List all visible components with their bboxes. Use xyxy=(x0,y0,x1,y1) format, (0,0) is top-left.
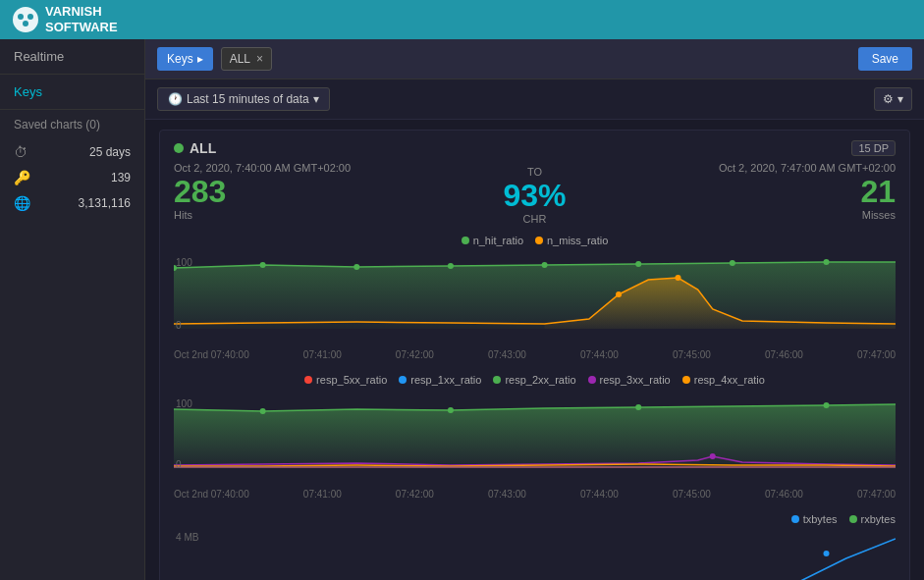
legend-n-miss-ratio: n_miss_ratio xyxy=(535,235,608,246)
chart2-legend: resp_5xx_ratio resp_1xx_ratio resp_2xx_r… xyxy=(174,374,896,386)
settings-button[interactable]: ⚙ ▾ xyxy=(874,87,912,111)
date-to: Oct 2, 2020, 7:47:00 AM GMT+02:00 xyxy=(655,162,896,174)
stat-hits-value: 3,131,116 xyxy=(79,196,131,210)
content-area: Keys ▸ ALL × Save 🕐 Last 15 minutes of d… xyxy=(145,39,924,580)
chart-card-all: ALL 15 DP Oct 2, 2020, 7:40:00 AM GMT+02… xyxy=(159,130,910,580)
svg-point-15 xyxy=(824,259,830,265)
svg-point-11 xyxy=(448,263,454,269)
svg-point-2 xyxy=(27,14,33,20)
svg-point-13 xyxy=(635,261,641,267)
chart2-container: 100 0 xyxy=(174,390,896,481)
svg-point-25 xyxy=(710,453,716,459)
chr-label: CHR xyxy=(414,213,655,225)
all-tag: ALL × xyxy=(221,47,272,71)
chart-title-row: ALL xyxy=(174,140,216,156)
dropdown-arrow: ▾ xyxy=(313,92,319,106)
hits-value: 283 xyxy=(174,176,414,207)
svg-point-22 xyxy=(448,407,454,413)
clock-icon: 🕐 xyxy=(168,92,183,106)
misses-value: 21 xyxy=(655,176,896,207)
hits-label: Hits xyxy=(174,209,414,221)
svg-point-14 xyxy=(730,260,735,266)
clock-icon: ⏱ xyxy=(14,144,27,160)
chart3-container: 4 MB 0 MB xyxy=(174,529,896,580)
stat-row-keys: 🔑 139 xyxy=(0,165,144,190)
svg-point-24 xyxy=(824,402,830,408)
legend-resp-4xx: resp_4xx_ratio xyxy=(682,374,765,386)
tag-close-button[interactable]: × xyxy=(256,52,263,66)
stat-days-value: 25 days xyxy=(89,145,131,159)
stat-row-hits: 🌐 3,131,116 xyxy=(0,190,144,216)
legend-resp-1xx: resp_1xx_ratio xyxy=(399,374,481,386)
brand-name: VARNISH SOFTWARE xyxy=(45,4,118,34)
stat-row-days: ⏱ 25 days xyxy=(0,139,144,165)
svg-point-21 xyxy=(260,408,266,414)
globe-icon: 🌐 xyxy=(14,195,30,211)
legend-txbytes: txbytes xyxy=(791,513,838,525)
stat-keys-value: 139 xyxy=(111,171,131,185)
chart1-legend: n_hit_ratio n_miss_ratio xyxy=(174,235,896,246)
svg-point-23 xyxy=(635,404,641,410)
saved-charts-label: Saved charts (0) xyxy=(0,109,144,139)
time-range-button[interactable]: 🕐 Last 15 minutes of data ▾ xyxy=(157,87,330,111)
legend-resp-2xx: resp_2xx_ratio xyxy=(493,374,575,386)
chart1-container: 100 0 xyxy=(174,250,896,342)
chart3-legend: txbytes rxbytes xyxy=(174,513,896,525)
charts-container: ALL 15 DP Oct 2, 2020, 7:40:00 AM GMT+02… xyxy=(145,120,924,580)
chart2-svg: 100 0 xyxy=(174,390,896,478)
svg-text:100: 100 xyxy=(176,398,192,409)
svg-point-12 xyxy=(542,262,548,268)
svg-point-17 xyxy=(675,275,680,281)
svg-point-9 xyxy=(260,262,266,268)
sub-toolbar: 🕐 Last 15 minutes of data ▾ ⚙ ▾ xyxy=(145,79,924,120)
toolbar: Keys ▸ ALL × Save xyxy=(145,39,924,79)
realtime-label: Realtime xyxy=(0,39,144,75)
chart1-x-labels: Oct 2nd 07:40:00 07:41:00 07:42:00 07:43… xyxy=(174,349,896,360)
legend-resp-3xx: resp_3xx_ratio xyxy=(588,374,671,386)
legend-rxbytes: rxbytes xyxy=(849,513,896,525)
metric-misses: Oct 2, 2020, 7:47:00 AM GMT+02:00 21 Mis… xyxy=(655,162,896,221)
chart3-svg: 4 MB 0 MB xyxy=(174,529,896,580)
chart2-x-labels: Oct 2nd 07:40:00 07:41:00 07:42:00 07:43… xyxy=(174,489,896,500)
svg-marker-18 xyxy=(174,404,896,468)
svg-point-31 xyxy=(824,551,830,556)
legend-resp-5xx: resp_5xx_ratio xyxy=(304,374,387,386)
keys-chevron: ▸ xyxy=(197,52,203,66)
chr-value: 93% xyxy=(414,180,655,211)
gear-icon: ⚙ xyxy=(883,92,894,106)
svg-point-16 xyxy=(616,291,622,297)
keys-button[interactable]: Keys ▸ xyxy=(157,47,213,71)
to-label: TO xyxy=(414,166,655,178)
metric-hits: Oct 2, 2020, 7:40:00 AM GMT+02:00 283 Hi… xyxy=(174,162,414,221)
svg-text:100: 100 xyxy=(176,257,192,268)
misses-label: Misses xyxy=(655,209,896,221)
svg-point-3 xyxy=(23,21,28,26)
svg-point-1 xyxy=(18,14,24,20)
date-from: Oct 2, 2020, 7:40:00 AM GMT+02:00 xyxy=(174,162,414,174)
svg-point-10 xyxy=(353,264,359,270)
legend-n-hit-ratio: n_hit_ratio xyxy=(462,235,523,246)
chart-header: ALL 15 DP xyxy=(174,140,896,156)
chart-title: ALL xyxy=(190,140,216,156)
svg-text:4 MB: 4 MB xyxy=(176,532,199,543)
save-button[interactable]: Save xyxy=(858,47,912,71)
key-icon: 🔑 xyxy=(14,170,30,185)
svg-point-0 xyxy=(13,7,38,32)
metric-chr: TO 93% CHR xyxy=(414,162,655,225)
svg-text:0: 0 xyxy=(176,320,182,331)
chart-metrics: Oct 2, 2020, 7:40:00 AM GMT+02:00 283 Hi… xyxy=(174,162,896,225)
chart1-svg: 100 0 xyxy=(174,250,896,339)
topbar: VARNISH SOFTWARE xyxy=(0,0,924,39)
varnish-logo xyxy=(12,6,39,33)
dp-badge[interactable]: 15 DP xyxy=(851,140,896,156)
sidebar: Realtime Keys Saved charts (0) ⏱ 25 days… xyxy=(0,39,145,580)
status-dot xyxy=(174,143,184,153)
sidebar-keys-link[interactable]: Keys xyxy=(0,75,144,109)
svg-text:0: 0 xyxy=(176,459,182,470)
settings-arrow: ▾ xyxy=(897,92,903,106)
svg-marker-4 xyxy=(174,262,896,329)
